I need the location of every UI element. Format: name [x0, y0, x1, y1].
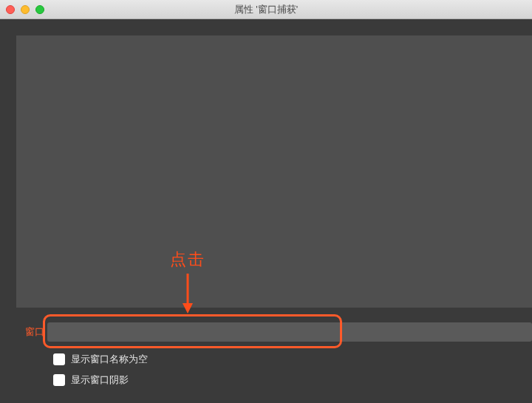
checkbox-label-shadow: 显示窗口阴影 [71, 373, 129, 387]
window-label: 窗口 [16, 325, 47, 339]
checkbox-icon[interactable] [53, 374, 65, 386]
checkbox-row-empty-name[interactable]: 显示窗口名称为空 [53, 353, 148, 366]
close-icon[interactable] [6, 5, 15, 14]
maximize-icon[interactable] [35, 5, 44, 14]
window-title: 属性 '窗口捕获' [0, 3, 532, 16]
window-titlebar: 属性 '窗口捕获' [0, 0, 532, 19]
window-select[interactable] [47, 322, 532, 342]
content-area: 点击 窗口 显示窗口名称为空 显示窗口阴影 [0, 19, 532, 403]
minimize-icon[interactable] [21, 5, 30, 14]
checkbox-row-shadow[interactable]: 显示窗口阴影 [53, 373, 129, 387]
traffic-lights [6, 5, 44, 14]
preview-panel [16, 35, 532, 308]
checkbox-icon[interactable] [53, 353, 65, 365]
window-select-row: 窗口 [16, 319, 532, 345]
checkbox-label-empty-name: 显示窗口名称为空 [71, 353, 148, 366]
